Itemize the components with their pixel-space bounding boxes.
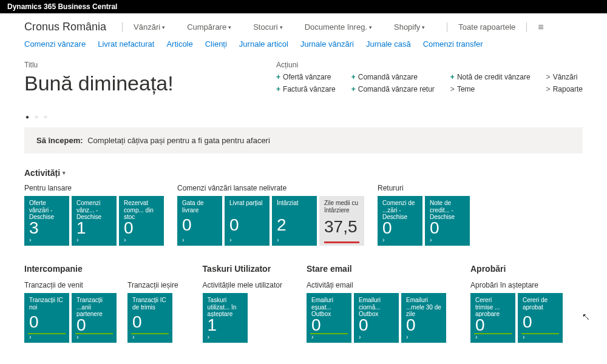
chevron-right-icon: › xyxy=(29,237,64,243)
getting-started-banner[interactable]: Să începem: Completați câțiva pași pentr… xyxy=(24,127,583,153)
tile-value: 2 xyxy=(277,217,312,234)
tile-value: 0 xyxy=(124,220,159,237)
chevron-right-icon: > xyxy=(450,85,455,93)
tile-value: 0 xyxy=(430,220,465,237)
status-bar xyxy=(521,333,559,334)
status-bar xyxy=(324,241,359,243)
kpi-tile[interactable]: Tranzacții IC noi0› xyxy=(24,293,69,343)
chevron-down-icon: ▾ xyxy=(228,24,231,30)
action-link[interactable]: +Factură vânzare xyxy=(276,85,336,93)
tile-value: 0 xyxy=(475,317,510,334)
nav-separator xyxy=(447,22,447,32)
group-title: Pentru lansare xyxy=(24,184,164,192)
kpi-tile[interactable]: Taskuri utilizat... în așteptare1› xyxy=(203,293,248,343)
plus-icon: + xyxy=(276,73,280,81)
chevron-down-icon: ▾ xyxy=(162,24,165,30)
action-link[interactable]: +Comandă vânzare retur xyxy=(351,85,435,93)
kpi-tile[interactable]: Comenzi vânz... - Deschise1› xyxy=(72,196,117,246)
chevron-right-icon: › xyxy=(523,334,558,340)
actions-heading: Acțiuni xyxy=(276,61,583,69)
tile-value: 0 xyxy=(76,317,112,334)
tile-value: 0 xyxy=(359,317,394,334)
carousel-dots[interactable]: ● ○ ○ xyxy=(24,113,583,127)
quick-link[interactable]: Comenzi vânzare xyxy=(24,39,86,49)
kpi-tile[interactable]: Tranzacții IC de trimis0› xyxy=(127,293,172,343)
hamburger-icon[interactable]: ≡ xyxy=(538,22,543,33)
tile-label: Cereri de aprobat xyxy=(523,297,558,311)
kpi-tile[interactable]: Zile medii cu întârziere37,5 xyxy=(319,196,364,246)
tile-label: Emailuri eșuat... Outbox xyxy=(311,297,347,317)
chevron-right-icon: › xyxy=(311,334,347,340)
kpi-tile[interactable]: Oferte vânzări - Deschise3› xyxy=(24,196,69,246)
action-link[interactable]: +Comandă vânzare xyxy=(351,73,435,81)
tile-label: Tranzacții ...anii partenere xyxy=(76,297,112,317)
kpi-tile[interactable]: Emailuri eșuat... Outbox0› xyxy=(307,293,351,343)
nav-item[interactable]: Stocuri▾ xyxy=(253,22,282,32)
nav-item[interactable]: Cumpărare▾ xyxy=(187,22,231,32)
chevron-right-icon: › xyxy=(76,237,112,243)
nav-separator xyxy=(122,22,123,32)
quick-link[interactable]: Jurnale casă xyxy=(366,39,411,49)
tile-value: 0 xyxy=(382,220,418,237)
nav-item[interactable]: Documente înreg.▾ xyxy=(305,22,372,32)
kpi-tile[interactable]: Comenzi de ...zări - Deschise0› xyxy=(378,196,422,246)
kpi-tile[interactable]: Emailuri ...mele 30 de zile0› xyxy=(401,293,446,343)
kpi-tile[interactable]: Tranzacții ...anii partenere0› xyxy=(72,293,117,343)
group-title: Retururi xyxy=(378,184,470,192)
chevron-right-icon: › xyxy=(29,334,64,340)
quick-link[interactable]: Comenzi transfer xyxy=(423,39,483,49)
action-link[interactable]: >Rapoarte xyxy=(546,85,583,93)
chevron-right-icon: › xyxy=(475,334,510,340)
tile-label: Note de credit... - Deschise xyxy=(430,200,465,220)
chevron-right-icon: › xyxy=(132,334,168,340)
group-title: Tranzacții de venit xyxy=(24,281,117,289)
kpi-tile[interactable]: Întârziat2› xyxy=(272,196,317,246)
plus-icon: + xyxy=(351,73,356,81)
quick-link[interactable]: Jurnale vânzări xyxy=(300,39,354,49)
tile-value: 0 xyxy=(229,217,265,234)
kpi-tile[interactable]: Emailuri ciornă... Outbox0› xyxy=(354,293,399,343)
quick-link[interactable]: Jurnale articol xyxy=(239,39,288,49)
kpi-tile[interactable]: Cereri de aprobat0› xyxy=(518,293,563,343)
chevron-right-icon: › xyxy=(406,334,441,340)
nav-item[interactable]: Shopify▾ xyxy=(394,22,425,32)
tile-value: 37,5 xyxy=(324,218,359,235)
group-title: Activitățile mele utilizator xyxy=(203,281,282,289)
action-link[interactable]: +Ofertă vânzare xyxy=(276,73,336,81)
action-link[interactable]: >Vânzări xyxy=(546,73,583,81)
tile-value: 0 xyxy=(182,217,217,234)
kpi-tile[interactable]: Livrat parțial0› xyxy=(225,196,270,246)
chevron-down-icon: ▾ xyxy=(63,170,66,176)
tile-label: Tranzacții IC de trimis xyxy=(132,297,168,311)
tile-label: Cereri trimise ... aprobare xyxy=(475,297,510,317)
kpi-tile[interactable]: Gata de livrare0› xyxy=(177,196,222,246)
quick-link[interactable]: Livrat nefacturat xyxy=(98,39,154,49)
kpi-tile[interactable]: Rezervat comp... din stoc0› xyxy=(119,196,164,246)
tile-value: 1 xyxy=(208,317,243,334)
company-name[interactable]: Cronus România xyxy=(24,21,106,33)
kpi-tile[interactable]: Note de credit... - Deschise0› xyxy=(425,196,470,246)
main-nav-row: Cronus România Vânzări▾Cumpărare▾Stocuri… xyxy=(24,13,583,36)
status-bar xyxy=(310,333,348,334)
tile-label: Comenzi vânz... - Deschise xyxy=(76,200,112,220)
kpi-tile[interactable]: Cereri trimise ... aprobare0› xyxy=(470,293,515,343)
quick-link[interactable]: Clienți xyxy=(205,39,227,49)
group-title: Comenzi vânzări lansate nelivrate xyxy=(177,184,364,192)
tile-value: 0 xyxy=(29,314,64,331)
activities-heading[interactable]: Activități▾ xyxy=(24,168,66,184)
tile-label: Emailuri ciornă... Outbox xyxy=(359,297,394,317)
action-link[interactable]: +Notă de credit vânzare xyxy=(450,73,531,81)
plus-icon: + xyxy=(450,73,455,81)
action-link[interactable]: >Teme xyxy=(450,85,531,93)
group-title: Aprobări în așteptare xyxy=(470,281,563,289)
nav-all-reports[interactable]: Toate rapoartele xyxy=(458,22,515,32)
chevron-right-icon: › xyxy=(359,334,394,340)
nav-item[interactable]: Vânzări▾ xyxy=(134,22,165,32)
app-titlebar: Dynamics 365 Business Central xyxy=(0,0,607,13)
tile-value: 0 xyxy=(406,317,441,334)
quick-link[interactable]: Articole xyxy=(166,39,192,49)
tile-value: 3 xyxy=(29,220,64,237)
tile-label: Emailuri ...mele 30 de zile xyxy=(406,297,441,317)
section-heading: Aprobări xyxy=(470,264,563,274)
chevron-right-icon: › xyxy=(277,237,312,243)
